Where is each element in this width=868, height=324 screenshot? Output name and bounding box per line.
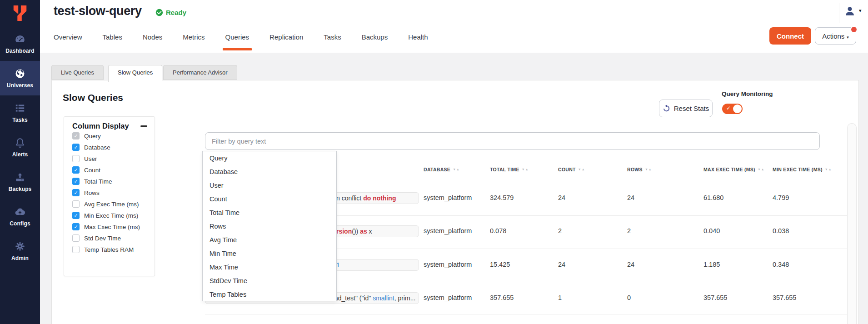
checkbox[interactable] — [72, 200, 80, 208]
chevron-down-icon[interactable]: ▾ — [859, 8, 862, 14]
status-label: Ready — [166, 9, 186, 16]
sql-segment: x — [367, 228, 372, 235]
connect-button[interactable]: Connect — [769, 27, 811, 45]
cell-count: 1 — [558, 294, 562, 301]
dropdown-item-count[interactable]: Count — [203, 192, 336, 206]
collapse-minus-icon[interactable] — [140, 125, 147, 127]
checkbox-label: Avg Exec Time (ms) — [84, 201, 139, 208]
column-option-count[interactable]: ✓Count — [72, 166, 140, 174]
checkbox[interactable] — [72, 246, 80, 253]
column-option-avg-exec-time-ms-[interactable]: Avg Exec Time (ms) — [72, 200, 140, 208]
sidebar-item-label: Backups — [9, 186, 32, 192]
cell-min_exec_time_ms: 4.799 — [773, 194, 789, 201]
checkbox[interactable]: ✓ — [72, 178, 80, 185]
tab-replication[interactable]: Replication — [269, 27, 303, 53]
sort-icons[interactable]: ▼▲ — [825, 168, 832, 171]
user-avatar[interactable] — [844, 5, 856, 17]
upload-icon — [14, 171, 26, 183]
sort-icons[interactable]: ▼▲ — [522, 168, 529, 171]
tab-health[interactable]: Health — [408, 27, 428, 53]
sidebar-item-configs[interactable]: Configs — [0, 199, 40, 234]
checkbox[interactable]: ✓ — [72, 166, 80, 174]
section-heading: Slow Queries — [63, 92, 123, 103]
column-header-count[interactable]: COUNT▼▲ — [558, 167, 585, 172]
dropdown-item-temp-tables[interactable]: Temp Tables — [203, 288, 336, 301]
column-display-card: Column Display ✓Query✓DatabaseUser✓Count… — [64, 116, 155, 276]
column-option-query[interactable]: ✓Query — [72, 132, 140, 140]
subtab-performance-advisor[interactable]: Performance Advisor — [163, 65, 237, 80]
column-option-database[interactable]: ✓Database — [72, 144, 140, 151]
tab-backups[interactable]: Backups — [362, 27, 388, 53]
column-option-std-dev-time[interactable]: Std Dev Time — [72, 234, 140, 242]
row-divider — [205, 314, 847, 314]
sidebar-item-backups[interactable]: Backups — [0, 164, 40, 199]
sort-icons[interactable]: ▼▲ — [578, 168, 585, 171]
sidebar-item-alerts[interactable]: Alerts — [0, 130, 40, 164]
status-badge: Ready — [155, 9, 186, 16]
sort-icons[interactable]: ▼▲ — [645, 168, 652, 171]
dropdown-item-stddev-time[interactable]: StdDev Time — [203, 274, 336, 288]
query-filter-input[interactable] — [205, 132, 820, 150]
cloud-icon — [14, 206, 26, 218]
column-header-rows[interactable]: ROWS▼▲ — [627, 167, 652, 172]
sql-segment: rsion — [336, 228, 352, 235]
checkbox[interactable]: ✓ — [72, 212, 80, 219]
dropdown-item-query[interactable]: Query — [203, 151, 336, 165]
column-option-min-exec-time-ms-[interactable]: ✓Min Exec Time (ms) — [72, 212, 140, 219]
tab-metrics[interactable]: Metrics — [183, 27, 205, 53]
subtab-slow-queries[interactable]: Slow Queries — [108, 65, 162, 82]
column-option-max-exec-time-ms-[interactable]: ✓Max Exec Time (ms) — [72, 223, 140, 230]
column-display-title: Column Display — [72, 122, 129, 130]
checkbox[interactable]: ✓ — [72, 189, 80, 196]
tab-nodes[interactable]: Nodes — [143, 27, 162, 53]
cell-total_time: 357.655 — [490, 294, 514, 301]
subtab-live-queries[interactable]: Live Queries — [51, 65, 104, 80]
tab-queries[interactable]: Queries — [225, 27, 249, 53]
cell-min_exec_time_ms: 0.038 — [773, 227, 789, 234]
sidebar-item-label: Alerts — [12, 151, 28, 158]
column-header-min-exec-time-ms-[interactable]: MIN EXEC TIME (MS)▼▲ — [773, 167, 832, 172]
dropdown-item-max-time[interactable]: Max Time — [203, 260, 336, 274]
sidebar-item-dashboard[interactable]: Dashboard — [0, 26, 40, 61]
dropdown-item-database[interactable]: Database — [203, 165, 336, 179]
cell-total_time: 15.425 — [490, 261, 510, 268]
sidebar-item-admin[interactable]: Admin — [0, 234, 40, 268]
checkbox-label: Min Exec Time (ms) — [84, 212, 138, 219]
dropdown-item-total-time[interactable]: Total Time — [203, 206, 336, 219]
cell-total_time: 0.078 — [490, 227, 506, 234]
checkbox-label: Max Exec Time (ms) — [84, 224, 140, 230]
yugabyte-logo[interactable] — [0, 0, 40, 26]
list-icon — [14, 102, 26, 114]
column-header-label: TOTAL TIME — [490, 167, 519, 172]
column-header-total-time[interactable]: TOTAL TIME▼▲ — [490, 167, 529, 172]
column-option-total-time[interactable]: ✓Total Time — [72, 178, 140, 185]
dropdown-item-avg-time[interactable]: Avg Time — [203, 233, 336, 247]
cell-count: 24 — [558, 261, 565, 268]
scrollbar[interactable] — [847, 123, 857, 324]
dropdown-item-user[interactable]: User — [203, 179, 336, 192]
globe-icon — [14, 68, 26, 80]
sidebar-item-tasks[interactable]: Tasks — [0, 95, 40, 130]
sort-icons[interactable]: ▼▲ — [758, 168, 765, 171]
reset-stats-button[interactable]: Reset Stats — [659, 100, 713, 117]
checkbox[interactable]: ✓ — [72, 223, 80, 230]
tab-tasks[interactable]: Tasks — [324, 27, 341, 53]
column-header-database[interactable]: DATABASE▼▲ — [424, 167, 460, 172]
sort-icons[interactable]: ▼▲ — [453, 168, 460, 171]
checkbox[interactable]: ✓ — [72, 132, 80, 140]
checkbox[interactable] — [72, 234, 80, 242]
tab-overview[interactable]: Overview — [54, 27, 82, 53]
checkbox[interactable] — [72, 155, 80, 162]
dropdown-item-rows[interactable]: Rows — [203, 219, 336, 233]
checkbox[interactable]: ✓ — [72, 144, 80, 151]
column-option-rows[interactable]: ✓Rows — [72, 189, 140, 196]
dropdown-item-min-time[interactable]: Min Time — [203, 247, 336, 260]
sql-segment: ad_test" ("id" — [334, 294, 373, 302]
sidebar-item-universes[interactable]: Universes — [0, 61, 40, 95]
column-option-temp-tables-ram[interactable]: Temp Tables RAM — [72, 246, 140, 253]
tab-tables[interactable]: Tables — [103, 27, 122, 53]
column-option-user[interactable]: User — [72, 155, 140, 162]
person-icon — [844, 5, 856, 17]
query-monitoring-toggle[interactable]: ✓ — [722, 104, 743, 114]
column-header-max-exec-time-ms-[interactable]: MAX EXEC TIME (MS)▼▲ — [703, 167, 765, 172]
